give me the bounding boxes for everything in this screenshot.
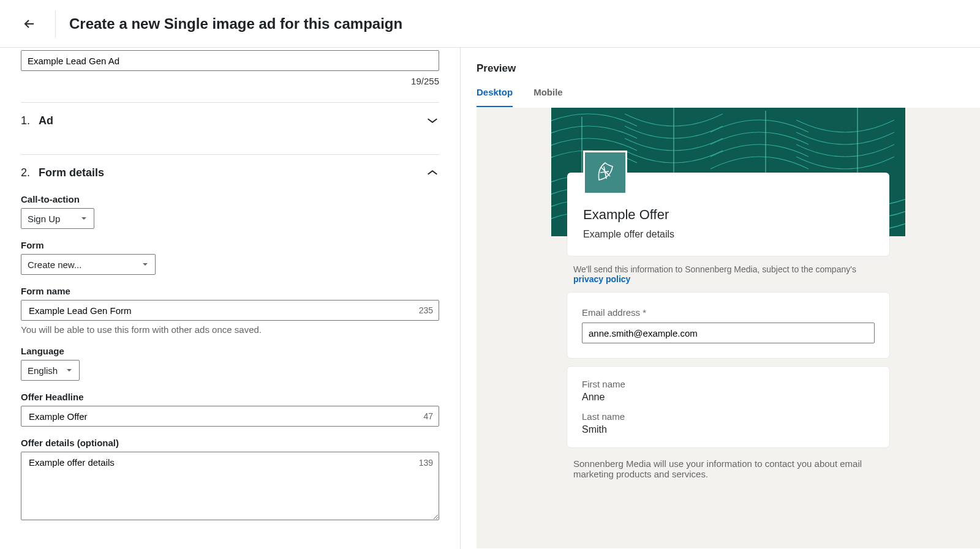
first-name-label: First name: [582, 379, 875, 389]
cta-label: Call-to-action: [21, 194, 439, 204]
last-name-value: Smith: [582, 424, 875, 435]
form-name-label: Form name: [21, 286, 439, 296]
section-form-details[interactable]: 2. Form details: [21, 155, 439, 190]
first-name-value: Anne: [582, 392, 875, 403]
divider: [55, 10, 56, 37]
section-number: 2.: [21, 166, 30, 179]
cta-select[interactable]: Sign Up: [21, 208, 94, 229]
chevron-up-icon: [426, 166, 439, 179]
preview-title: Preview: [477, 62, 980, 75]
caret-down-icon: [66, 367, 73, 374]
headline-counter: 47: [423, 411, 433, 421]
main: 19/255 1. Ad 2. Form details Call-to-act…: [0, 48, 980, 549]
topbar: Create a new Single image ad for this ca…: [0, 0, 980, 48]
details-row: Offer details (optional) 139: [21, 438, 439, 522]
caret-down-icon: [80, 215, 88, 222]
offer-title: Example Offer: [583, 207, 873, 223]
usage-text: Sonnenberg Media will use your informati…: [573, 458, 883, 479]
headline-row: Offer Headline 47: [21, 392, 439, 427]
ad-name-counter: 19/255: [21, 76, 439, 86]
leaf-icon: [593, 160, 617, 185]
details-counter: 139: [419, 458, 433, 468]
page-title: Create a new Single image ad for this ca…: [69, 15, 402, 32]
section-number: 1.: [21, 114, 30, 127]
form-select[interactable]: Create new...: [21, 254, 156, 275]
preview-tabs: Desktop Mobile: [477, 87, 980, 108]
language-row: Language English: [21, 346, 439, 381]
details-label: Offer details (optional): [21, 438, 439, 448]
language-select[interactable]: English: [21, 360, 80, 381]
language-label: Language: [21, 346, 439, 356]
headline-label: Offer Headline: [21, 392, 439, 402]
ad-name-field: 19/255: [21, 49, 439, 86]
last-name-label: Last name: [582, 411, 875, 422]
section-title: Form details: [39, 166, 104, 179]
arrow-left-icon: [22, 17, 37, 31]
form-row: Form Create new...: [21, 240, 439, 275]
form-value: Create new...: [28, 260, 81, 270]
privacy-policy-link[interactable]: privacy policy: [573, 274, 630, 284]
ad-name-input[interactable]: [21, 50, 439, 71]
email-label: Email address *: [582, 307, 875, 318]
headline-input[interactable]: [21, 406, 439, 427]
back-button[interactable]: [17, 12, 42, 36]
section-title: Ad: [39, 114, 53, 127]
language-value: English: [28, 365, 58, 376]
privacy-prefix: We'll send this information to Sonnenber…: [573, 264, 856, 274]
email-card: Email address *: [567, 293, 889, 358]
chevron-down-icon: [426, 114, 439, 127]
left-panel[interactable]: 19/255 1. Ad 2. Form details Call-to-act…: [0, 48, 461, 549]
form-name-counter: 235: [419, 305, 433, 315]
preview-area: Example Offer Example offer details We'l…: [477, 108, 980, 548]
details-textarea[interactable]: [21, 452, 439, 520]
section-ad[interactable]: 1. Ad: [21, 103, 439, 138]
email-input[interactable]: [582, 323, 875, 343]
form-details-content: Call-to-action Sign Up Form Create new..…: [21, 190, 439, 522]
caret-down-icon: [141, 261, 149, 268]
form-name-row: Form name 235 You will be able to use th…: [21, 286, 439, 335]
cta-value: Sign Up: [28, 214, 60, 224]
form-name-input[interactable]: [21, 300, 439, 321]
form-label: Form: [21, 240, 439, 250]
cta-row: Call-to-action Sign Up: [21, 194, 439, 229]
offer-details: Example offer details: [583, 229, 873, 240]
privacy-text: We'll send this information to Sonnenber…: [573, 264, 883, 284]
offer-card: Example Offer Example offer details: [567, 173, 889, 256]
tab-mobile[interactable]: Mobile: [533, 87, 563, 107]
preview-canvas: Example Offer Example offer details We'l…: [551, 108, 905, 548]
form-name-hint: You will be able to use this form with o…: [21, 324, 439, 335]
tab-desktop[interactable]: Desktop: [477, 87, 513, 107]
right-panel: Preview Desktop Mobile: [461, 48, 980, 549]
name-card: First name Anne Last name Smith: [567, 367, 889, 447]
company-logo: [583, 151, 627, 195]
